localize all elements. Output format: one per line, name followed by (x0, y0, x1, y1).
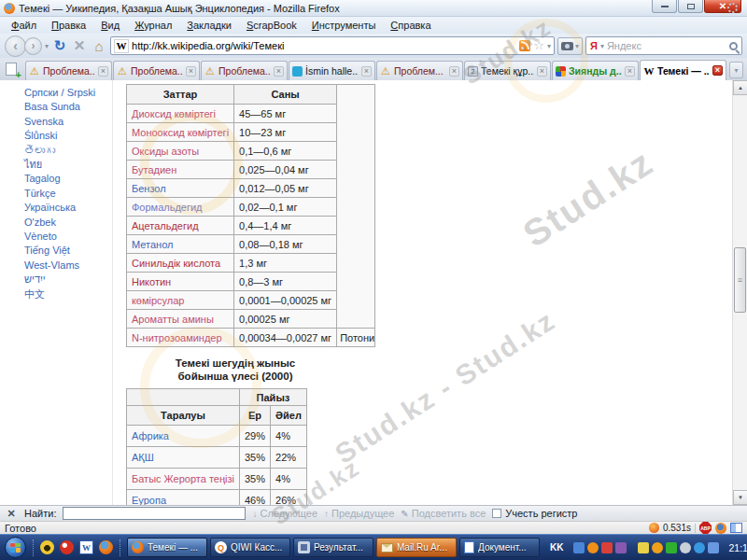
browser-tab[interactable]: Проблема... (25, 61, 112, 80)
taskbar-button[interactable]: Mail.Ru Ar... (376, 538, 457, 557)
tray-icon[interactable] (587, 542, 599, 553)
home-button[interactable]: ⌂ (91, 38, 107, 54)
browser-tab[interactable]: İsmin halle... (289, 61, 375, 80)
tray-icon[interactable] (652, 542, 663, 553)
firefox-icon[interactable] (99, 540, 113, 554)
back-button[interactable]: ‹ (5, 35, 26, 57)
taskbar-button[interactable]: Q QIWI Касс... (210, 538, 290, 557)
address-bar[interactable]: W ☆ ▾ (110, 36, 555, 55)
menu-item[interactable]: Вид (93, 18, 127, 33)
region-link[interactable]: Африка (132, 430, 169, 441)
scroll-up-icon[interactable]: ▲ (733, 80, 747, 95)
browser-tab[interactable]: Зиянды д... (552, 61, 639, 80)
tab-close-icon[interactable] (712, 65, 723, 76)
tab-list-dropdown[interactable]: ▾ (729, 62, 743, 78)
tray-icon[interactable] (638, 542, 649, 553)
reload-button[interactable]: ↻ (51, 37, 68, 54)
substance-link[interactable]: Никотин (132, 276, 171, 287)
url-dropdown-icon[interactable]: ▾ (547, 42, 551, 50)
browser-tab[interactable]: W Темекі — ... (640, 60, 726, 80)
url-input[interactable] (132, 40, 516, 51)
find-close-icon[interactable]: ✕ (5, 508, 18, 520)
region-link[interactable]: АҚШ (132, 452, 154, 463)
search-icon[interactable] (729, 42, 738, 50)
vertical-scrollbar[interactable]: ▲ ≡ ▼ (732, 80, 747, 505)
tray-icon[interactable] (666, 542, 677, 553)
browser-tab[interactable]: Проблем... (376, 61, 463, 80)
bookmark-star-icon[interactable]: ☆ (533, 40, 544, 51)
language-link[interactable]: O'zbek (24, 216, 112, 230)
substance-link[interactable]: Монооксид көміртегі (132, 127, 229, 138)
find-prev-button[interactable]: ↑ Предыдущее (324, 508, 394, 519)
tray-icon[interactable] (573, 542, 585, 553)
scroll-down-icon[interactable]: ▼ (733, 490, 747, 505)
language-link[interactable]: ไทย (24, 158, 112, 172)
substance-link[interactable]: Ароматты амины (132, 314, 214, 325)
highlight-all-button[interactable]: ✎ Подсветить все (401, 508, 486, 519)
language-indicator[interactable]: KK (550, 542, 563, 553)
firefox-status-icon[interactable] (715, 523, 726, 534)
tray-icon[interactable] (680, 542, 691, 553)
scrollbar-thumb[interactable]: ≡ (734, 247, 746, 313)
search-input[interactable] (607, 40, 726, 51)
tab-close-icon[interactable] (361, 66, 372, 77)
language-link[interactable]: Српски / Srpski (24, 86, 112, 100)
minimize-button[interactable] (652, 0, 677, 13)
substance-link[interactable]: Ацетальдегид (132, 220, 199, 231)
match-case-option[interactable]: Учесть регистр (492, 508, 577, 519)
substance-link[interactable]: көмірсулар (132, 295, 184, 306)
language-link[interactable]: Svenska (24, 115, 112, 129)
menu-item[interactable]: Файл (4, 18, 44, 33)
screenshot-button[interactable]: ▾ (557, 37, 583, 55)
tab-close-icon[interactable] (274, 66, 284, 77)
menu-item[interactable]: Журнал (127, 18, 179, 33)
tab-close-icon[interactable] (625, 66, 635, 77)
language-link[interactable]: Basa Sunda (24, 100, 112, 114)
tab-close-icon[interactable] (186, 66, 196, 77)
taskbar-button[interactable]: Результат... (293, 538, 374, 557)
language-link[interactable]: ייִדיש (24, 273, 112, 287)
language-link[interactable]: Українська (24, 201, 112, 215)
yandex-icon[interactable]: Я (590, 40, 598, 51)
tray-icon[interactable] (601, 542, 613, 553)
language-link[interactable]: Tiếng Việt (24, 244, 112, 258)
stop-button[interactable]: ✕ (71, 37, 88, 54)
find-input[interactable] (63, 507, 246, 520)
tray-icon[interactable] (694, 542, 705, 553)
tray-icon[interactable] (708, 542, 719, 553)
history-dropdown-icon[interactable]: ▾ (45, 42, 49, 50)
sidebar-toggle-icon[interactable] (730, 523, 742, 533)
rss-icon[interactable] (519, 40, 530, 51)
taskbar-button[interactable]: Темекі — ... (127, 538, 207, 557)
taskbar-button[interactable]: Документ... (459, 538, 540, 557)
menu-item[interactable]: Справка (383, 18, 438, 33)
tab-close-icon[interactable] (449, 66, 459, 77)
word-icon[interactable]: W (79, 540, 93, 554)
language-link[interactable]: Vèneto (24, 230, 112, 244)
taskbar-clock[interactable]: 21:19 (728, 542, 747, 553)
browser-tab[interactable]: Проблема... (113, 61, 200, 80)
menu-item[interactable]: Инструменты (304, 18, 384, 33)
language-link[interactable]: Ślůnski (24, 129, 112, 143)
maximize-button[interactable] (678, 0, 703, 13)
substance-link[interactable]: Метанол (132, 239, 173, 250)
substance-link[interactable]: Бензол (132, 183, 166, 194)
screenshot-dropdown-icon[interactable]: ▾ (575, 42, 579, 50)
red-disc-icon[interactable] (60, 540, 74, 554)
tab-close-icon[interactable] (537, 66, 547, 77)
search-engine-dropdown-icon[interactable]: ▾ (600, 42, 604, 50)
substance-link[interactable]: Оксиды азоты (132, 146, 199, 157)
tray-icon[interactable] (615, 542, 627, 553)
language-link[interactable]: West-Vlams (24, 259, 112, 273)
new-tab-button[interactable]: + (4, 61, 22, 79)
menu-item[interactable]: Правка (44, 18, 93, 33)
adblock-icon[interactable]: ABP (699, 522, 712, 534)
language-link[interactable]: 中文 (24, 287, 112, 301)
search-bar[interactable]: Я ▾ (585, 36, 742, 55)
find-next-button[interactable]: ↓ Следующее (252, 508, 317, 519)
menu-item[interactable]: Закладки (179, 18, 239, 33)
substance-link[interactable]: Формальдегид (132, 202, 203, 213)
start-button[interactable] (5, 537, 26, 558)
substance-link[interactable]: N-нитрозоаминдер (132, 332, 222, 343)
language-link[interactable]: Türkçe (24, 187, 112, 201)
